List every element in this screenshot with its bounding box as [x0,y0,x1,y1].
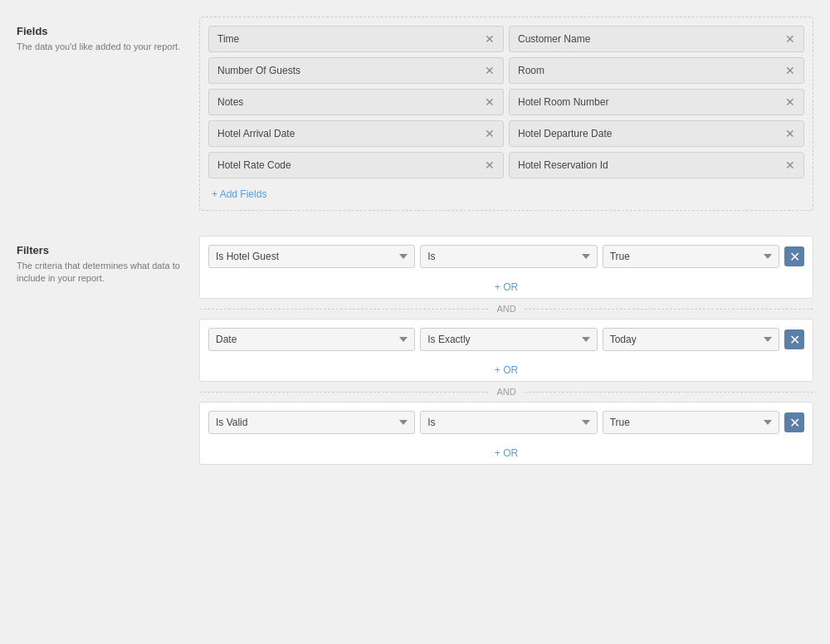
filter-row: DateIs Hotel GuestIs ValidCustomer NameR… [200,320,813,359]
remove-filter-button[interactable]: ✕ [784,329,804,349]
and-separator: AND [199,387,813,397]
fields-label-area: Fields The data you'd like added to your… [17,17,183,211]
field-label: Room [518,65,544,76]
or-button[interactable]: + OR [495,281,518,293]
field-tag: Time ✕ [208,26,504,52]
add-fields-button[interactable]: + Add Fields [208,187,270,202]
field-label: Hotel Arrival Date [217,128,295,139]
and-label: AND [488,387,524,397]
filters-section: Filters The criteria that determines wha… [17,236,813,465]
remove-field-icon[interactable]: ✕ [785,159,795,171]
and-separator: AND [199,304,813,314]
field-tag: Hotel Reservation Id ✕ [509,152,804,178]
or-button[interactable]: + OR [495,364,518,376]
filter-value-select[interactable]: TrueFalse [603,411,779,434]
field-label: Time [217,33,239,45]
and-label: AND [488,304,524,314]
field-label: Notes [217,96,243,108]
field-tag: Room ✕ [509,57,804,84]
fields-title: Fields [17,25,183,37]
field-tag: Notes ✕ [208,89,504,115]
filters-title: Filters [17,244,183,256]
filters-label-area: Filters The criteria that determines wha… [17,236,183,465]
filter-operator-select[interactable]: Is ExactlyIsIs NotBeforeAfter [420,328,597,351]
field-tag: Hotel Room Number ✕ [509,89,804,115]
remove-field-icon[interactable]: ✕ [785,96,795,108]
or-row: + OR [200,442,813,464]
field-label: Hotel Departure Date [518,128,612,139]
field-tag: Hotel Rate Code ✕ [208,152,504,178]
fields-grid: Time ✕Customer Name ✕Number Of Guests ✕R… [208,26,804,178]
filter-field-select[interactable]: DateIs Hotel GuestIs ValidCustomer NameR… [208,328,415,351]
remove-field-icon[interactable]: ✕ [785,65,795,76]
filter-operator-select[interactable]: IsIs NotIs ExactlyContains [420,411,597,434]
filter-field-select[interactable]: Is Hotel GuestDateIs ValidCustomer NameR… [208,245,415,268]
field-tag: Customer Name ✕ [509,26,804,52]
filter-row: Is Hotel GuestDateIs ValidCustomer NameR… [200,237,813,276]
field-label: Number Of Guests [217,65,300,76]
filter-value-select[interactable]: TrueFalse [603,245,779,268]
field-tag: Number Of Guests ✕ [208,57,504,84]
field-tag: Hotel Arrival Date ✕ [208,120,504,147]
remove-field-icon[interactable]: ✕ [785,128,795,139]
remove-filter-button[interactable]: ✕ [784,246,804,266]
remove-filter-button[interactable]: ✕ [784,412,804,432]
field-label: Hotel Reservation Id [518,159,608,171]
remove-field-icon[interactable]: ✕ [785,33,795,45]
filters-description: The criteria that determines what data t… [17,260,183,285]
filter-value-select[interactable]: TodayYesterdayThis WeekThis Month [603,328,779,351]
filter-group: Is ValidIs Hotel GuestDateCustomer NameR… [199,402,813,465]
or-row: + OR [200,359,813,381]
fields-container: Time ✕Customer Name ✕Number Of Guests ✕R… [199,17,813,211]
remove-field-icon[interactable]: ✕ [485,65,495,76]
filter-field-select[interactable]: Is ValidIs Hotel GuestDateCustomer NameR… [208,411,415,434]
field-label: Hotel Rate Code [217,159,291,171]
filter-row: Is ValidIs Hotel GuestDateCustomer NameR… [200,402,813,442]
remove-field-icon[interactable]: ✕ [485,128,495,139]
fields-description: The data you'd like added to your report… [17,41,183,53]
filter-group: Is Hotel GuestDateIs ValidCustomer NameR… [199,236,813,299]
field-label: Customer Name [518,33,590,45]
remove-field-icon[interactable]: ✕ [485,96,495,108]
field-tag: Hotel Departure Date ✕ [509,120,804,147]
filter-operator-select[interactable]: IsIs NotIs ExactlyContains [420,245,597,268]
filters-area: Is Hotel GuestDateIs ValidCustomer NameR… [199,236,813,465]
or-button[interactable]: + OR [495,447,518,459]
or-row: + OR [200,276,813,298]
remove-field-icon[interactable]: ✕ [485,159,495,171]
filter-group: DateIs Hotel GuestIs ValidCustomer NameR… [199,319,813,382]
remove-field-icon[interactable]: ✕ [485,33,495,45]
fields-section: Fields The data you'd like added to your… [17,17,813,211]
field-label: Hotel Room Number [518,96,608,108]
